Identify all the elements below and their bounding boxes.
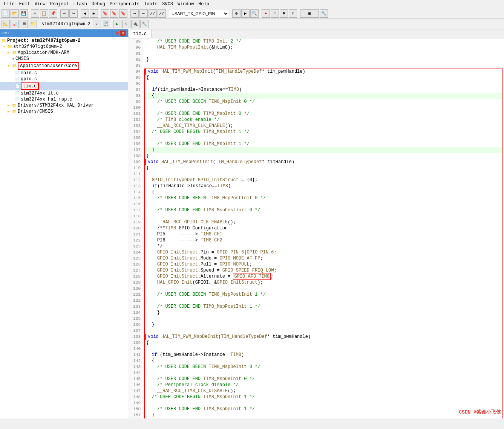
verify-btn[interactable]: ✓ [93,20,101,28]
tree-it-c[interactable]: 📄 stm32f4xx_it.c [0,90,128,96]
power-btn[interactable]: ⚡ [122,20,130,28]
left-panel: ect 📌 ✕ 📁 Project: stm32f407igt6pwm-2 ▼ … [0,29,128,418]
uncomment-btn[interactable]: // [158,9,166,18]
menu-edit[interactable]: Edit [17,1,32,8]
copy-btn[interactable]: 📋 [40,9,48,18]
main-c-label: main.c [21,70,37,76]
menu-project[interactable]: Project [47,1,71,8]
line-numbers: 8990919293949596979899100101102103104105… [128,38,143,418]
tim-c-label: tim.c [21,82,39,90]
tree-drivers-cmsis[interactable]: ▶ 📁 Drivers/CMSIS [0,108,128,115]
cut-btn[interactable]: ✂ [31,9,39,18]
tree-root-folder[interactable]: ▼ 📁 stm32f407igt6pwm-2 [0,44,128,50]
user-core-label: Application/User/Core [18,62,79,70]
stop-btn[interactable]: ○ [271,9,279,18]
record-btn[interactable]: ● [262,9,270,18]
it-c-icon: 📄 [15,91,20,96]
watermark: CSDN @紫金小飞侠 [459,409,501,415]
comment-btn[interactable]: // [149,9,157,18]
tb2-btn1[interactable]: 📐 [2,20,10,28]
panel-close-btn[interactable]: ✕ [120,31,126,36]
back-btn[interactable]: ◀ [81,9,89,18]
toolbar-2: 📐 📊 🖥 📁 stm32f407igt6pwm-2 ✓ 🔄 ▶ ⚡ 🔌 🔧 [0,19,504,29]
panel-pin-btn[interactable]: 📌 [114,31,119,36]
tb2-btn2[interactable]: 📊 [11,20,19,28]
tree-user-core[interactable]: ▼ 📁 Application/User/Core [0,62,128,70]
menu-flash[interactable]: Flash [71,1,89,8]
mdk-arm-label: Application/MDK-ARM [18,50,69,55]
build-btn[interactable]: ⚙ [232,9,241,18]
menu-view[interactable]: View [32,1,48,8]
menu-help[interactable]: Help [196,1,211,8]
user-core-icon: ▼ 📁 [8,64,17,68]
settings-btn[interactable]: ▦ [300,9,319,18]
main-layout: ect 📌 ✕ 📁 Project: stm32f407igt6pwm-2 ▼ … [0,29,504,418]
code-content: /* USER CODE END TIM8_Init 2 */ HAL_TIM_… [143,38,504,418]
hal-msp-c-icon: 📄 [15,97,20,102]
target-select[interactable]: USART_TX_GPIO_PIN [169,10,229,17]
fwd-btn[interactable]: ▶ [90,9,98,18]
drivers-cmsis-icon: ▶ 📁 [8,109,17,114]
project-tree: 📁 Project: stm32f407igt6pwm-2 ▼ 📁 stm32f… [0,37,128,418]
wrench-btn[interactable]: 🔧 [320,9,328,18]
indent-btn[interactable]: ⇥ [130,9,139,18]
paste-btn[interactable]: 📌 [49,9,57,18]
tree-gpio-c[interactable]: 📄 gpio.c [0,76,128,82]
redo-btn[interactable]: ↪ [69,9,78,18]
root-folder-label: stm32f407igt6pwm-2 [13,44,62,49]
tree-cmsis[interactable]: ♦ CMSIS [0,56,128,62]
run-btn[interactable]: ▶ [241,9,250,18]
tb2-btn5[interactable]: 🔄 [102,20,110,28]
root-folder-icon: ▼ 📁 [3,44,12,49]
save-btn[interactable]: 💾 [20,9,28,18]
main-c-icon: 📄 [15,71,20,75]
tab-bar: tim.c [128,29,504,38]
tb2-btn4[interactable]: 📁 [29,20,37,28]
menu-svcs[interactable]: SVCS [160,1,175,8]
open-btn[interactable]: 📂 [11,9,19,18]
undo-btn[interactable]: ↩ [60,9,69,18]
gpio-c-label: gpio.c [21,76,37,82]
tb2-btn7[interactable]: 🔧 [140,20,149,28]
toolbar-1: 📄 📂 💾 ✂ 📋 📌 ↩ ↪ ◀ ▶ 🔖 🔖 🔖 ⇥ ⇤ // // USAR… [0,8,504,19]
flag-btn[interactable]: ⚑ [280,9,288,18]
menu-file[interactable]: File [2,1,17,8]
menu-peripherals[interactable]: Peripherals [107,1,142,8]
tree-main-c[interactable]: 📄 main.c [0,70,128,76]
bookmark3-btn[interactable]: 🔖 [119,9,127,18]
menu-debug[interactable]: Debug [89,1,107,8]
gpio-c-icon: 📄 [15,77,20,81]
tb2-btn3[interactable]: 🖥 [20,20,28,28]
debug-start-btn[interactable]: ▶ [113,20,121,28]
cmsis-icon: ♦ [12,57,14,61]
tab-tim-c[interactable]: tim.c [128,30,152,38]
mdk-arm-icon: ▶ 📁 [8,50,17,55]
hal-driver-icon: ▶ 📁 [8,103,17,108]
tree-hal-msp-c[interactable]: 📄 stm32f4xx_hal_msp.c [0,96,128,102]
tree-tim-c[interactable]: 📄 tim.c [0,82,128,90]
right-panel: tim.c 8990919293949596979899100101102103… [128,29,504,418]
project-label: stm32f407igt6pwm-2 [41,21,90,27]
tb2-btn6[interactable]: 🔌 [131,20,139,28]
code-editor[interactable]: 8990919293949596979899100101102103104105… [128,38,504,418]
search-btn[interactable]: 🔍 [250,9,259,18]
tree-mdk-arm[interactable]: ▶ 📁 Application/MDK-ARM [0,50,128,56]
tab-tim-c-label: tim.c [133,31,147,37]
new-file-btn[interactable]: 📄 [2,9,10,18]
project-icon: 📁 [2,38,6,43]
panel-title: ect [2,31,10,35]
menu-tools[interactable]: Tools [142,1,160,8]
flag2-btn[interactable]: ⚐ [289,9,297,18]
drivers-cmsis-label: Drivers/CMSIS [18,109,53,114]
unindent-btn[interactable]: ⇤ [139,9,148,18]
tree-hal-driver[interactable]: ▶ 📁 Drivers/STM32F4xx_HAL_Driver [0,102,128,108]
left-panel-header: ect 📌 ✕ [0,29,128,37]
tree-project-root[interactable]: 📁 Project: stm32f407igt6pwm-2 [0,38,128,44]
bookmark1-btn[interactable]: 🔖 [101,9,109,18]
hal-msp-c-label: stm32f4xx_hal_msp.c [21,97,72,102]
bookmark2-btn[interactable]: 🔖 [110,9,118,18]
menubar: File Edit View Project Flash Debug Perip… [0,0,504,8]
project-root-label: Project: stm32f407igt6pwm-2 [7,38,80,43]
tim-c-icon: 📄 [15,84,20,89]
menu-window[interactable]: Window [175,1,196,8]
